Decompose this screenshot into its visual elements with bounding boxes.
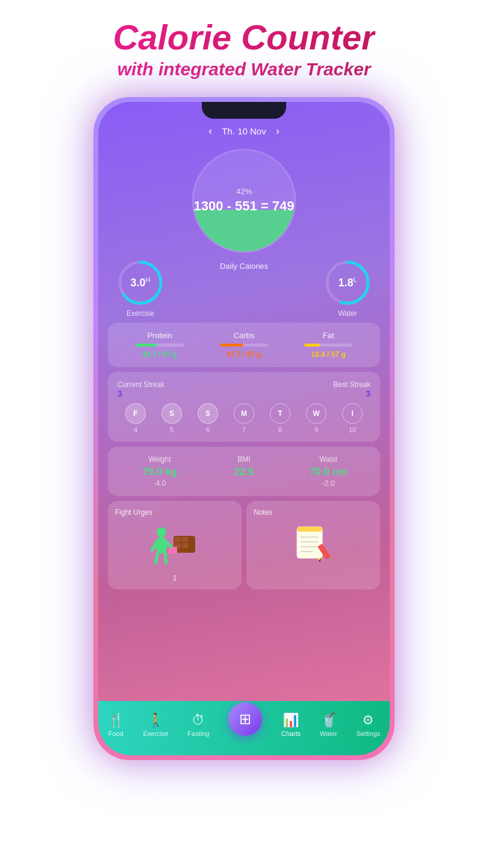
water-value: 1.8L [338,276,357,289]
weight-value: 75.0 kg [142,466,177,478]
bmi-item[interactable]: BMI 22.5 [202,455,286,488]
fat-label: Fat [323,331,334,340]
protein-bar-fill [136,344,157,347]
waist-item[interactable]: Waist 70.0 cm -2.0 [286,455,371,488]
svg-point-13 [157,527,166,537]
current-streak-value: 3 [117,389,164,398]
day-circle: T [270,403,290,424]
day-num: 9 [314,426,318,433]
notes-icon [292,524,334,571]
water-label: Water [338,309,357,318]
weight-change: -4.0 [154,479,166,488]
day-circle: I [342,403,363,424]
exercise-label: Exercise [127,309,154,318]
day-item[interactable]: W 9 [306,403,327,433]
nav-item-water[interactable]: 🥤 Water [320,712,337,737]
streak-header: Current Streak 3 Best Streak 3 [117,380,371,398]
macro-row: Protein 43.7 / 97 g Carbs 47.7 / 97 g [117,331,371,359]
day-num: 4 [134,426,137,433]
calorie-percent: 42% [194,187,295,196]
fight-urges-count: 1 [172,573,177,582]
fight-urges-widget[interactable]: Fight Urges [108,501,242,590]
day-item[interactable]: T 8 [270,403,290,433]
waist-value: 70.0 cm [310,466,347,478]
phone-notch [202,102,286,119]
home-icon: ⊞ [239,711,251,728]
day-num: 8 [278,426,282,433]
nav-label-fasting: Fasting [187,730,209,737]
notes-title: Notes [254,508,272,517]
measurements-row: Weight 75.0 kg -4.0 BMI 22.5 Waist 70.0 … [117,455,371,488]
carbs-label: Carbs [234,331,255,340]
best-streak-label: Best Streak [333,380,371,389]
measurements-card: Weight 75.0 kg -4.0 BMI 22.5 Waist 70.0 … [108,447,380,496]
nav-item-charts[interactable]: 📊 Charts [281,712,301,737]
prev-date-button[interactable]: ‹ [208,125,212,137]
waist-change: -2.0 [322,479,335,488]
svg-line-15 [152,542,157,550]
app-title-line1: Calorie Counter [113,18,375,57]
phone-wrapper: ‹ Th. 10 Nov › [93,97,395,760]
day-num: 6 [206,426,210,433]
svg-line-18 [165,553,166,563]
calorie-formula: 1300 - 551 = 749 [194,198,295,214]
day-item[interactable]: S 5 [161,403,182,433]
calorie-circle[interactable]: 42% 1300 - 551 = 749 [187,143,301,258]
macro-card: Protein 43.7 / 97 g Carbs 47.7 / 97 g [108,322,380,367]
bottom-nav: 🍴 Food 🚶 Exercise ⏱ Fasting ⊞ 📊 Charts 🥤… [98,701,390,755]
nav-item-exercise[interactable]: 🚶 Exercise [143,712,168,737]
day-item[interactable]: M 7 [234,403,254,433]
days-row: F 4 S 5 S 6 M 7 T 8 W 9 I 10 [117,403,371,433]
fat-bar-fill [304,344,320,347]
water-metric[interactable]: 1.8L Water [324,259,372,318]
day-circle: S [198,403,218,424]
exercise-metric[interactable]: 3.0H Exercise [116,259,164,318]
notes-widget[interactable]: Notes [246,501,380,590]
nav-label-charts: Charts [281,730,301,737]
nav-item-fasting[interactable]: ⏱ Fasting [187,712,209,737]
widgets-row: Fight Urges [108,501,380,590]
day-item[interactable]: F 4 [125,403,146,433]
current-streak-label: Current Streak [117,380,164,389]
next-date-button[interactable]: › [276,125,280,137]
nav-icon-fasting: ⏱ [192,712,205,728]
protein-macro[interactable]: Protein 43.7 / 97 g [117,331,202,359]
weight-label: Weight [148,455,170,464]
weight-item[interactable]: Weight 75.0 kg -4.0 [117,455,202,488]
day-item[interactable]: S 6 [198,403,218,433]
protein-bar-track [136,344,184,347]
nav-icon-exercise: 🚶 [148,712,164,728]
svg-line-17 [155,553,158,563]
fat-macro[interactable]: Fat 18.4 / 57 g [286,331,371,359]
svg-rect-12 [169,547,177,554]
carbs-macro[interactable]: Carbs 47.7 / 97 g [202,331,286,359]
day-num: 5 [170,426,174,433]
day-circle: S [161,403,182,424]
home-button[interactable]: ⊞ [228,702,262,736]
nav-item-food[interactable]: 🍴 Food [108,712,124,737]
protein-values: 43.7 / 97 g [142,350,177,359]
day-item[interactable]: I 10 [342,403,363,433]
streak-card: Current Streak 3 Best Streak 3 F 4 S 5 S… [108,372,380,442]
fat-bar-track [304,344,352,347]
bmi-value: 22.5 [234,466,254,478]
water-ring: 1.8L [324,259,372,307]
phone-inner: ‹ Th. 10 Nov › [98,102,390,755]
exercise-value: 3.0H [131,276,151,289]
day-circle: W [306,403,327,424]
calorie-section: 42% 1300 - 551 = 749 Daily Calories [98,143,390,271]
carbs-bar-track [220,344,268,347]
nav-icon-food: 🍴 [108,712,124,728]
page-header: Calorie Counter with integrated Water Tr… [113,18,375,79]
svg-rect-11 [182,543,188,548]
svg-rect-8 [175,537,181,542]
waist-label: Waist [319,455,337,464]
day-num: 7 [242,426,246,433]
nav-item-settings[interactable]: ⚙ Settings [356,712,380,737]
carbs-values: 47.7 / 97 g [227,350,261,359]
carbs-bar-fill [220,344,243,347]
fat-values: 18.4 / 57 g [311,350,345,359]
current-date: Th. 10 Nov [222,126,266,136]
day-circle: F [125,403,146,424]
best-streak-section: Best Streak 3 [333,380,371,398]
